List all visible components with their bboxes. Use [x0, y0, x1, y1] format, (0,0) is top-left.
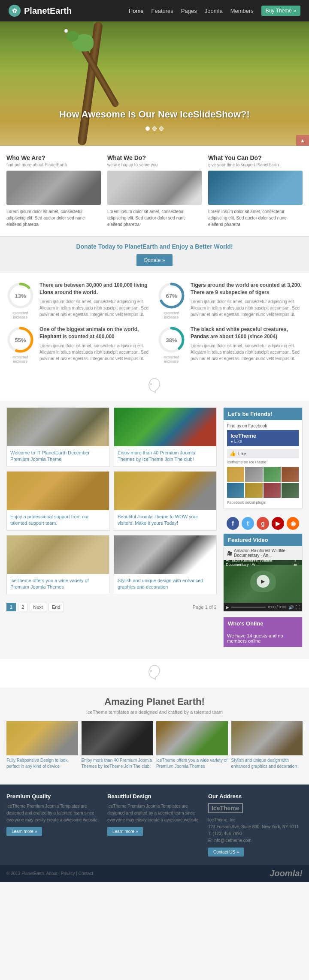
footer-col3-email: E: info@icetheme.com — [208, 837, 303, 844]
tigers-label: expected increase — [158, 311, 185, 319]
video-play-btn[interactable]: ▶ — [257, 575, 270, 588]
article-grid: Welcome to IT PlanetEarth December Premi… — [6, 407, 217, 594]
fb-find-label: Find us on Facebook — [227, 424, 299, 428]
nav-buy-theme[interactable]: Buy Theme » — [261, 6, 300, 16]
dot-1[interactable] — [145, 126, 150, 131]
video-fullscreen-icon[interactable]: ⛶ — [296, 605, 300, 610]
col1-image — [6, 171, 101, 205]
fb-like-count: ● Like — [230, 439, 295, 444]
fb-thumb-icon: 👍 — [230, 451, 236, 457]
col1-desc: Lorem ipsum dolor sit amet, consectetur … — [6, 208, 101, 228]
social-rss[interactable]: ◉ — [287, 517, 299, 530]
footer-col-1: Premium Quality IceTheme Premium Joomla … — [6, 793, 101, 857]
dolphin-icon-2 — [146, 663, 163, 680]
article-title-6[interactable]: Stylish and unique design with enhanced … — [118, 577, 213, 591]
nav-members[interactable]: Members — [230, 8, 254, 14]
article-body-6: Stylish and unique design with enhanced … — [114, 574, 216, 594]
page-btn-1[interactable]: 1 — [6, 603, 16, 611]
logo[interactable]: ✿ PlanetEarth — [9, 5, 72, 17]
article-image-5 — [7, 535, 109, 574]
bottom-img-4 — [231, 721, 303, 755]
article-card-6: Stylish and unique design with enhanced … — [114, 535, 217, 595]
video-play-icon[interactable]: ▶ — [226, 605, 229, 610]
col1-sub: find out more about PlanetEarth — [6, 162, 101, 167]
footer-col3-btn[interactable]: Contact US » — [208, 848, 244, 857]
article-title-4[interactable]: Beautiful Joomla Theme to WOW your visit… — [118, 514, 213, 527]
social-googleplus[interactable]: g — [257, 517, 269, 530]
bottom-img-2 — [82, 721, 153, 755]
col3-sub: give your time to support PlanetEarth — [208, 162, 303, 167]
donate-button[interactable]: Donate » — [136, 254, 173, 266]
dolphin-icon — [146, 376, 163, 394]
facebook-box: IceTheme ● Like — [227, 430, 299, 446]
page-next-btn[interactable]: Next — [30, 603, 46, 611]
progress-elephant: 55% expected increase One of the biggest… — [6, 326, 151, 364]
deco-divider-bottom — [0, 659, 309, 688]
whos-online-title: Who's Online — [224, 617, 302, 630]
who-we-are-col: Who We Are? find out more about PlanetEa… — [6, 154, 101, 228]
joomla-logo: Joomla! — [270, 869, 303, 878]
article-body-4: Beautiful Joomla Theme to WOW your visit… — [114, 510, 216, 530]
col2-desc: Lorem ipsum dolor sit amet, consectetur … — [107, 208, 202, 228]
whos-online-text: We have 14 guests and no members online — [227, 633, 283, 643]
article-title-3[interactable]: Enjoy a professional support from our ta… — [10, 514, 106, 527]
social-facebook[interactable]: f — [227, 517, 239, 530]
elephant-pct: 55% — [15, 337, 26, 343]
dot-3[interactable] — [159, 126, 164, 131]
video-progress-bar[interactable] — [231, 607, 266, 608]
dot-2[interactable] — [152, 126, 157, 131]
nav-features[interactable]: Features — [151, 8, 173, 14]
featured-video-title: Featured Video — [224, 534, 302, 546]
footer-col1-title: Premium Quality — [6, 793, 101, 800]
amazing-section: Amazing Planet Earth! IceTheme templates… — [0, 688, 309, 785]
fb-footer-text: Facebook social plugin — [227, 500, 299, 505]
nav-home[interactable]: Home — [129, 8, 144, 14]
donate-text: Donate Today to PlanetEarth and Enjoy a … — [6, 243, 303, 250]
bottom-desc-1: Fully Responsive Design to look perfect … — [6, 758, 78, 770]
social-youtube[interactable]: ▶ — [272, 517, 284, 530]
video-title-text: Amazon Rainforest Wildlife Documentary -… — [234, 548, 299, 558]
footer-col2-btn[interactable]: Learn more » — [107, 827, 143, 836]
video-volume-icon[interactable]: 🔊 — [288, 605, 294, 610]
page-btn-2[interactable]: 2 — [18, 603, 27, 611]
fb-photo-1 — [227, 467, 244, 482]
footer-col2-title: Beautiful Design — [107, 793, 202, 800]
scroll-up-btn[interactable]: ▲ — [296, 135, 309, 146]
main-layout: Welcome to IT PlanetEarth December Premi… — [0, 401, 309, 659]
nav-pages[interactable]: Pages — [181, 8, 197, 14]
what-we-do-col: What We Do? we are happy to serve you Lo… — [107, 154, 202, 228]
bottom-grid: Fully Responsive Design to look perfect … — [6, 721, 303, 776]
nav-joomla[interactable]: Joomla — [205, 8, 223, 14]
footer-col3-title: Our Address — [208, 793, 303, 800]
donate-brand: PlanetEarth — [124, 243, 158, 250]
fb-photos-grid — [227, 467, 299, 498]
page-end-btn[interactable]: End — [48, 603, 64, 611]
video-share-icon: ⇪ ☰ — [294, 558, 300, 567]
article-card-4: Beautiful Joomla Theme to WOW your visit… — [114, 471, 217, 531]
camera-icon: 🎥 — [227, 551, 232, 556]
article-body-1: Welcome to IT PlanetEarth December Premi… — [7, 446, 109, 466]
col2-title: What We Do? — [107, 154, 202, 161]
article-title-1[interactable]: Welcome to IT PlanetEarth December Premi… — [10, 450, 106, 463]
social-twitter[interactable]: t — [242, 517, 254, 530]
col2-image — [107, 171, 202, 205]
article-image-4 — [114, 472, 216, 510]
article-image-1 — [7, 408, 109, 446]
progress-tigers: 67% expected increase Tigers around the … — [158, 282, 302, 319]
content-area: Welcome to IT PlanetEarth December Premi… — [6, 407, 217, 652]
sidebar: Let's be Friends! Find us on Facebook Ic… — [223, 407, 303, 652]
whos-online-body: We have 14 guests and no members online — [224, 630, 302, 647]
article-title-5[interactable]: IceTheme offers you a wide variety of Pr… — [10, 577, 106, 591]
article-title-2[interactable]: Enjoy more than 40 Premium Joomla Themes… — [118, 450, 213, 463]
whos-online-widget: Who's Online We have 14 guests and no me… — [223, 617, 303, 647]
article-body-3: Enjoy a professional support from our ta… — [7, 510, 109, 530]
amazing-title: Amazing Planet Earth! — [6, 696, 303, 707]
video-thumbnail[interactable]: Amazon Rainforest Wildlife Documentary ·… — [224, 560, 302, 603]
bottom-img-3 — [156, 721, 228, 755]
tigers-desc: Lorem ipsum dolor sit amet, consectetur … — [191, 298, 302, 318]
footer-col1-btn[interactable]: Learn more » — [6, 827, 42, 836]
tigers-circle: 67% — [158, 282, 185, 310]
lions-title: There are between 30,000 and 100,000 liv… — [39, 282, 151, 296]
hero-title: How Awesome Is Our New IceSlideShow?! — [0, 109, 309, 120]
col3-image — [208, 171, 303, 205]
